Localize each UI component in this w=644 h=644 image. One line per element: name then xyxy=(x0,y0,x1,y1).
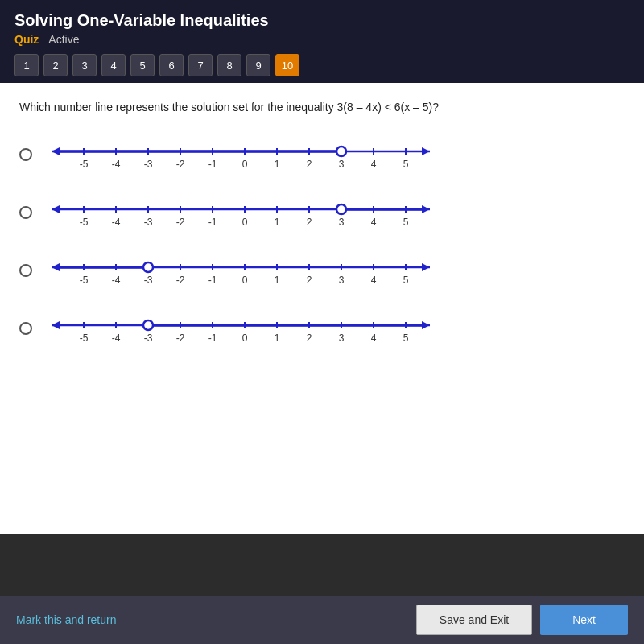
main-content: Which number line represents the solutio… xyxy=(0,83,644,534)
svg-marker-83 xyxy=(422,321,430,329)
svg-text:-2: -2 xyxy=(176,217,185,228)
quiz-status: Quiz Active xyxy=(14,33,630,46)
svg-text:-1: -1 xyxy=(208,275,217,286)
svg-marker-56 xyxy=(422,263,430,271)
option-row-b: -5 -4 -3 -2 -1 0 1 2 3 4 5 xyxy=(19,192,625,233)
svg-text:-3: -3 xyxy=(144,275,153,286)
svg-text:1: 1 xyxy=(275,275,280,286)
radio-d[interactable] xyxy=(19,322,32,335)
svg-marker-2 xyxy=(422,147,430,155)
svg-text:-3: -3 xyxy=(144,217,153,228)
svg-text:-1: -1 xyxy=(208,159,217,170)
svg-text:4: 4 xyxy=(371,159,377,170)
svg-text:-5: -5 xyxy=(80,159,89,170)
svg-text:-5: -5 xyxy=(80,275,89,286)
svg-text:-4: -4 xyxy=(112,332,121,344)
svg-marker-55 xyxy=(52,263,60,271)
svg-text:-1: -1 xyxy=(208,217,217,228)
nav-btn-2[interactable]: 2 xyxy=(43,54,68,76)
svg-text:1: 1 xyxy=(275,217,280,228)
svg-text:3: 3 xyxy=(339,217,345,228)
svg-text:-3: -3 xyxy=(144,159,153,170)
svg-text:4: 4 xyxy=(371,332,377,344)
svg-point-26 xyxy=(336,147,346,156)
svg-text:-4: -4 xyxy=(112,275,121,286)
save-exit-button[interactable]: Save and Exit xyxy=(416,605,532,635)
svg-text:2: 2 xyxy=(307,332,312,344)
number-line-a: -5 -4 -3 -2 -1 0 1 2 3 4 5 xyxy=(43,134,625,175)
svg-text:3: 3 xyxy=(339,275,345,286)
svg-point-107 xyxy=(143,320,153,330)
svg-text:0: 0 xyxy=(242,217,248,228)
radio-c[interactable] xyxy=(19,264,32,277)
svg-text:3: 3 xyxy=(339,159,345,170)
svg-marker-28 xyxy=(52,205,60,213)
svg-marker-29 xyxy=(422,205,430,213)
svg-text:3: 3 xyxy=(339,332,345,344)
svg-text:1: 1 xyxy=(275,332,280,344)
svg-text:2: 2 xyxy=(307,217,312,228)
svg-text:5: 5 xyxy=(403,275,409,286)
header: Solving One-Variable Inequalities Quiz A… xyxy=(0,0,644,83)
svg-text:-2: -2 xyxy=(176,159,185,170)
nav-btn-8[interactable]: 8 xyxy=(217,54,242,76)
nav-btn-1[interactable]: 1 xyxy=(14,54,39,76)
svg-text:0: 0 xyxy=(242,275,248,286)
options-list: -5 -4 -3 -2 -1 0 1 2 3 4 5 xyxy=(19,134,625,349)
nav-btn-10[interactable]: 10 xyxy=(275,54,299,76)
svg-text:-2: -2 xyxy=(176,275,185,286)
svg-text:4: 4 xyxy=(371,275,377,286)
nav-btn-4[interactable]: 4 xyxy=(101,54,126,76)
active-label: Active xyxy=(48,33,79,46)
svg-point-53 xyxy=(336,204,346,214)
svg-text:2: 2 xyxy=(307,275,312,286)
svg-text:-1: -1 xyxy=(208,332,217,344)
number-line-b: -5 -4 -3 -2 -1 0 1 2 3 4 5 xyxy=(43,192,625,233)
bottom-bar: Mark this and return Save and Exit Next xyxy=(0,596,644,644)
svg-text:0: 0 xyxy=(242,332,248,344)
svg-text:-5: -5 xyxy=(80,332,89,344)
nav-btn-6[interactable]: 6 xyxy=(159,54,184,76)
question-text: Which number line represents the solutio… xyxy=(19,99,625,116)
page-title: Solving One-Variable Inequalities xyxy=(14,11,630,30)
option-row-d: -5 -4 -3 -2 -1 0 1 2 3 4 5 xyxy=(19,308,625,349)
option-row-a: -5 -4 -3 -2 -1 0 1 2 3 4 5 xyxy=(19,134,625,175)
svg-text:4: 4 xyxy=(371,217,377,228)
svg-text:1: 1 xyxy=(275,159,280,170)
nav-btn-3[interactable]: 3 xyxy=(72,54,97,76)
svg-text:-5: -5 xyxy=(80,217,89,228)
svg-text:5: 5 xyxy=(403,159,409,170)
svg-text:5: 5 xyxy=(403,217,409,228)
number-line-c: -5 -4 -3 -2 -1 0 1 2 3 4 5 xyxy=(43,250,625,291)
svg-text:5: 5 xyxy=(403,332,409,344)
svg-text:-3: -3 xyxy=(144,332,153,344)
svg-point-80 xyxy=(143,262,153,272)
quiz-label: Quiz xyxy=(14,33,39,46)
svg-marker-82 xyxy=(52,321,60,329)
radio-a[interactable] xyxy=(19,148,32,161)
nav-btn-5[interactable]: 5 xyxy=(130,54,155,76)
svg-text:2: 2 xyxy=(307,159,312,170)
option-row-c: -5 -4 -3 -2 -1 0 1 2 3 4 5 xyxy=(19,250,625,291)
svg-text:-4: -4 xyxy=(112,217,121,228)
svg-text:-4: -4 xyxy=(112,159,121,170)
svg-text:-2: -2 xyxy=(176,332,185,344)
mark-return-link[interactable]: Mark this and return xyxy=(16,613,117,626)
svg-marker-1 xyxy=(52,147,60,155)
nav-btn-9[interactable]: 9 xyxy=(246,54,270,76)
svg-text:0: 0 xyxy=(242,159,248,170)
question-nav: 12345678910 xyxy=(14,54,630,76)
number-line-d: -5 -4 -3 -2 -1 0 1 2 3 4 5 xyxy=(43,308,625,349)
bottom-buttons: Save and Exit Next xyxy=(416,605,628,635)
radio-b[interactable] xyxy=(19,206,32,219)
nav-btn-7[interactable]: 7 xyxy=(188,54,213,76)
next-button[interactable]: Next xyxy=(540,605,628,635)
